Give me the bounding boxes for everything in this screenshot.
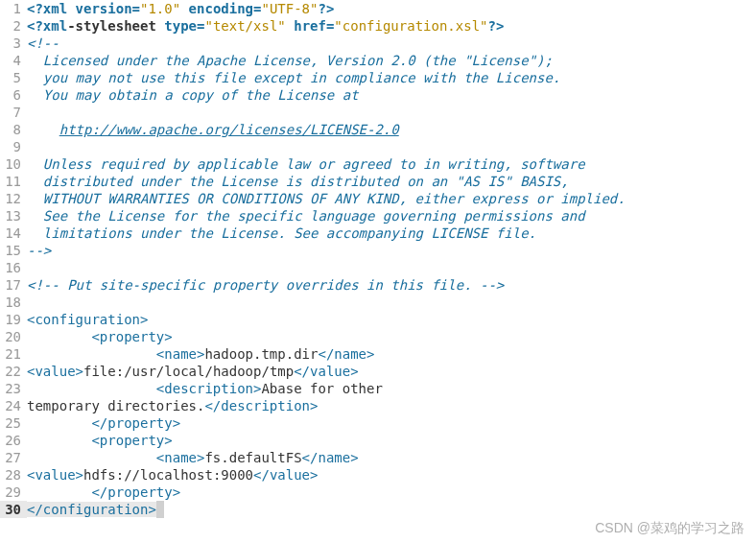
code-line[interactable]: 28<value>hdfs://localhost:9000</value> <box>0 466 756 484</box>
watermark: CSDN @菜鸡的学习之路 <box>595 520 744 537</box>
line-number: 10 <box>0 155 27 173</box>
code-line[interactable]: 22<value>file:/usr/local/hadoop/tmp</val… <box>0 363 756 380</box>
line-number: 26 <box>0 432 27 449</box>
code-line[interactable]: 16 <box>0 259 756 276</box>
code-line[interactable]: 12 WITHOUT WARRANTIES OR CONDITIONS OF A… <box>0 190 756 207</box>
code-content: <name>fs.defaultFS</name> <box>27 449 756 466</box>
code-content: Unless required by applicable law or agr… <box>27 155 756 173</box>
code-content <box>27 259 756 276</box>
line-number: 28 <box>0 466 27 484</box>
code-content <box>27 294 756 311</box>
line-number: 3 <box>0 35 27 52</box>
code-line[interactable]: 18 <box>0 294 756 311</box>
code-content: <!-- <box>27 35 756 52</box>
cursor <box>156 501 164 518</box>
code-line[interactable]: 9 <box>0 138 756 155</box>
code-line[interactable]: 4 Licensed under the Apache License, Ver… <box>0 52 756 69</box>
code-content: <!-- Put site-specific property override… <box>27 276 756 294</box>
code-line[interactable]: 29 </property> <box>0 484 756 501</box>
code-content: temporary directories.</description> <box>27 397 756 414</box>
line-number: 21 <box>0 345 27 363</box>
code-line[interactable]: 3<!-- <box>0 35 756 52</box>
line-number: 8 <box>0 121 27 138</box>
line-number: 17 <box>0 276 27 294</box>
code-content: </property> <box>27 484 756 501</box>
line-number: 9 <box>0 138 27 155</box>
line-number: 7 <box>0 104 27 121</box>
line-number: 1 <box>0 0 27 17</box>
code-content: http://www.apache.org/licenses/LICENSE-2… <box>27 121 756 138</box>
code-content: --> <box>27 242 756 259</box>
code-content: WITHOUT WARRANTIES OR CONDITIONS OF ANY … <box>27 190 756 207</box>
line-number: 24 <box>0 397 27 414</box>
line-number: 14 <box>0 224 27 242</box>
code-content: <property> <box>27 432 756 449</box>
license-url: http://www.apache.org/licenses/LICENSE-2… <box>59 122 399 137</box>
code-content: See the License for the specific languag… <box>27 207 756 224</box>
line-number: 13 <box>0 207 27 224</box>
code-content: you may not use this file except in comp… <box>27 69 756 86</box>
code-content: <value>file:/usr/local/hadoop/tmp</value… <box>27 363 756 380</box>
code-line[interactable]: 13 See the License for the specific lang… <box>0 207 756 224</box>
code-content: </configuration> <box>27 501 756 518</box>
code-line[interactable]: 14 limitations under the License. See ac… <box>0 224 756 242</box>
code-content: limitations under the License. See accom… <box>27 224 756 242</box>
code-content: distributed under the License is distrib… <box>27 173 756 190</box>
code-content <box>27 138 756 155</box>
code-content: <name>hadoop.tmp.dir</name> <box>27 345 756 363</box>
code-line[interactable]: 19<configuration> <box>0 311 756 328</box>
line-number: 5 <box>0 69 27 86</box>
code-line[interactable]: 1<?xml version="1.0" encoding="UTF-8"?> <box>0 0 756 17</box>
code-content: <?xml version="1.0" encoding="UTF-8"?> <box>27 0 756 17</box>
code-content: Licensed under the Apache License, Versi… <box>27 52 756 69</box>
line-number: 11 <box>0 173 27 190</box>
line-number: 20 <box>0 328 27 345</box>
code-content: <description>Abase for other <box>27 380 756 397</box>
line-number: 19 <box>0 311 27 328</box>
code-content: <configuration> <box>27 311 756 328</box>
line-number: 6 <box>0 86 27 104</box>
code-line[interactable]: 20 <property> <box>0 328 756 345</box>
code-line[interactable]: 23 <description>Abase for other <box>0 380 756 397</box>
line-number: 25 <box>0 414 27 432</box>
code-line[interactable]: 25 </property> <box>0 414 756 432</box>
code-content: <property> <box>27 328 756 345</box>
code-line[interactable]: 26 <property> <box>0 432 756 449</box>
line-number: 18 <box>0 294 27 311</box>
line-number: 27 <box>0 449 27 466</box>
line-number: 23 <box>0 380 27 397</box>
code-content: </property> <box>27 414 756 432</box>
code-line-current[interactable]: 30</configuration> <box>0 501 756 518</box>
code-line[interactable]: 10 Unless required by applicable law or … <box>0 155 756 173</box>
line-number: 30 <box>0 501 27 518</box>
code-content: You may obtain a copy of the License at <box>27 86 756 104</box>
code-line[interactable]: 7 <box>0 104 756 121</box>
code-line[interactable]: 27 <name>fs.defaultFS</name> <box>0 449 756 466</box>
code-line[interactable]: 6 You may obtain a copy of the License a… <box>0 86 756 104</box>
code-line[interactable]: 15--> <box>0 242 756 259</box>
code-editor[interactable]: 1<?xml version="1.0" encoding="UTF-8"?> … <box>0 0 756 518</box>
code-content: <value>hdfs://localhost:9000</value> <box>27 466 756 484</box>
code-line[interactable]: 17<!-- Put site-specific property overri… <box>0 276 756 294</box>
code-line[interactable]: 21 <name>hadoop.tmp.dir</name> <box>0 345 756 363</box>
line-number: 4 <box>0 52 27 69</box>
line-number: 15 <box>0 242 27 259</box>
code-line[interactable]: 2<?xml-stylesheet type="text/xsl" href="… <box>0 17 756 35</box>
line-number: 12 <box>0 190 27 207</box>
code-line[interactable]: 11 distributed under the License is dist… <box>0 173 756 190</box>
line-number: 22 <box>0 363 27 380</box>
line-number: 2 <box>0 17 27 35</box>
code-line[interactable]: 5 you may not use this file except in co… <box>0 69 756 86</box>
line-number: 29 <box>0 484 27 501</box>
code-content <box>27 104 756 121</box>
code-line[interactable]: 24temporary directories.</description> <box>0 397 756 414</box>
code-content: <?xml-stylesheet type="text/xsl" href="c… <box>27 17 756 35</box>
code-line[interactable]: 8 http://www.apache.org/licenses/LICENSE… <box>0 121 756 138</box>
line-number: 16 <box>0 259 27 276</box>
